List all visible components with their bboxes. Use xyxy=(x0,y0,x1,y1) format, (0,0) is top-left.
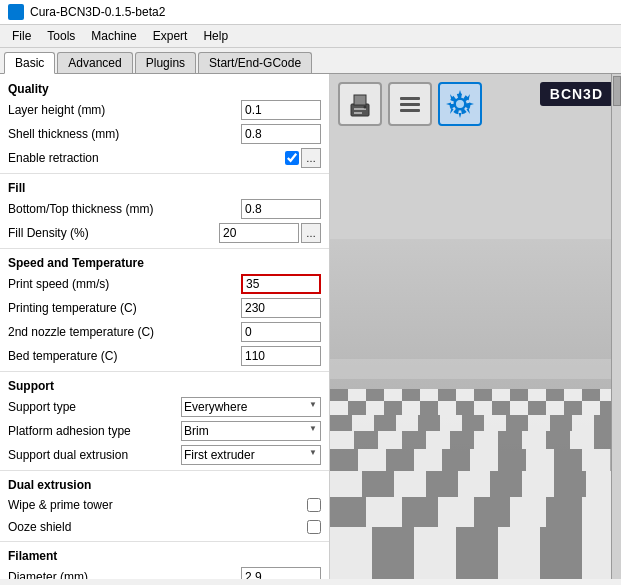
shell-thickness-input[interactable] xyxy=(241,124,321,144)
svg-rect-80 xyxy=(330,471,362,497)
print-button[interactable] xyxy=(338,82,382,126)
svg-rect-78 xyxy=(526,449,554,471)
print-speed-row: Print speed (mm/s) xyxy=(0,272,329,296)
bed-temp-input[interactable] xyxy=(241,346,321,366)
printing-temp-input[interactable] xyxy=(241,298,321,318)
support-dual-extrusion-label: Support dual extrusion xyxy=(8,448,181,462)
svg-rect-75 xyxy=(358,449,386,471)
menu-expert[interactable]: Expert xyxy=(145,27,196,45)
svg-rect-2 xyxy=(354,112,362,114)
svg-rect-17 xyxy=(474,389,492,401)
svg-rect-103 xyxy=(540,527,582,579)
svg-rect-99 xyxy=(498,527,540,579)
svg-rect-82 xyxy=(458,471,490,497)
bed-temp-label: Bed temperature (C) xyxy=(8,349,241,363)
svg-rect-35 xyxy=(546,401,564,415)
divider-1 xyxy=(0,173,329,174)
svg-rect-26 xyxy=(528,389,546,401)
app-icon xyxy=(8,4,24,20)
wipe-prime-tower-checkbox[interactable] xyxy=(307,498,321,512)
svg-rect-56 xyxy=(528,415,550,431)
platform-adhesion-row: Platform adhesion type Brim Raft None xyxy=(0,419,329,443)
svg-rect-55 xyxy=(484,415,506,431)
svg-rect-59 xyxy=(378,431,402,449)
svg-rect-95 xyxy=(510,497,546,527)
platform-adhesion-select[interactable]: Brim Raft None xyxy=(181,421,321,441)
svg-rect-13 xyxy=(330,389,348,401)
menu-help[interactable]: Help xyxy=(195,27,236,45)
svg-rect-98 xyxy=(414,527,456,579)
svg-rect-52 xyxy=(352,415,374,431)
enable-retraction-label: Enable retraction xyxy=(8,151,285,165)
svg-rect-81 xyxy=(394,471,426,497)
svg-rect-57 xyxy=(572,415,594,431)
svg-rect-43 xyxy=(564,401,582,415)
svg-rect-89 xyxy=(330,497,366,527)
svg-rect-41 xyxy=(492,401,510,415)
menu-machine[interactable]: Machine xyxy=(83,27,144,45)
fill-density-input[interactable] xyxy=(219,223,299,243)
settings-button[interactable] xyxy=(438,82,482,126)
tab-basic[interactable]: Basic xyxy=(4,52,55,74)
right-scrollbar[interactable] xyxy=(611,74,621,579)
menu-tools[interactable]: Tools xyxy=(39,27,83,45)
bottom-top-thickness-row: Bottom/Top thickness (mm) xyxy=(0,197,329,221)
tab-advanced[interactable]: Advanced xyxy=(57,52,132,73)
layers-button[interactable] xyxy=(388,82,432,126)
support-type-row: Support type Everywhere Touching buildpl… xyxy=(0,395,329,419)
enable-retraction-row: Enable retraction … xyxy=(0,146,329,170)
print-speed-input[interactable] xyxy=(241,274,321,294)
platform-adhesion-select-wrapper: Brim Raft None xyxy=(181,421,321,441)
tab-start-end-gcode[interactable]: Start/End-GCode xyxy=(198,52,312,73)
svg-rect-40 xyxy=(456,401,474,415)
ooze-shield-checkbox[interactable] xyxy=(307,520,321,534)
svg-rect-64 xyxy=(354,431,378,449)
fill-density-label: Fill Density (%) xyxy=(8,226,219,240)
svg-rect-46 xyxy=(374,415,396,431)
svg-rect-37 xyxy=(348,401,366,415)
svg-rect-93 xyxy=(366,497,402,527)
ooze-shield-row: Ooze shield xyxy=(0,516,329,538)
svg-rect-19 xyxy=(546,389,564,401)
support-type-select[interactable]: Everywhere Touching buildplate None xyxy=(181,397,321,417)
svg-rect-87 xyxy=(490,471,522,497)
layers-icon xyxy=(396,90,424,118)
title-text: Cura-BCN3D-0.1.5-beta2 xyxy=(30,5,165,19)
svg-rect-91 xyxy=(474,497,510,527)
bottom-top-thickness-input[interactable] xyxy=(241,199,321,219)
enable-retraction-checkbox[interactable] xyxy=(285,151,299,165)
layer-height-input[interactable] xyxy=(241,100,321,120)
svg-rect-85 xyxy=(362,471,394,497)
toolbar xyxy=(338,82,482,126)
shell-thickness-row: Shell thickness (mm) xyxy=(0,122,329,146)
svg-rect-54 xyxy=(440,415,462,431)
retraction-options-btn[interactable]: … xyxy=(301,148,321,168)
svg-rect-90 xyxy=(402,497,438,527)
diameter-label: Diameter (mm) xyxy=(8,570,241,579)
print-speed-label: Print speed (mm/s) xyxy=(8,277,241,291)
svg-rect-88 xyxy=(554,471,586,497)
svg-rect-45 xyxy=(330,415,352,431)
svg-rect-101 xyxy=(372,527,414,579)
support-type-select-wrapper: Everywhere Touching buildplate None xyxy=(181,397,321,417)
wipe-prime-tower-row: Wipe & prime tower xyxy=(0,494,329,516)
section-speed-temp-header: Speed and Temperature xyxy=(0,252,329,272)
support-dual-extrusion-row: Support dual extrusion First extruder Se… xyxy=(0,443,329,467)
nozzle2-temp-input[interactable] xyxy=(241,322,321,342)
svg-rect-50 xyxy=(550,415,572,431)
support-dual-extrusion-select[interactable]: First extruder Second extruder Both xyxy=(181,445,321,465)
fill-density-options-btn[interactable]: … xyxy=(301,223,321,243)
svg-rect-76 xyxy=(414,449,442,471)
svg-rect-71 xyxy=(386,449,414,471)
layer-height-label: Layer height (mm) xyxy=(8,103,241,117)
diameter-input[interactable] xyxy=(241,567,321,579)
svg-rect-102 xyxy=(456,527,498,579)
tab-plugins[interactable]: Plugins xyxy=(135,52,196,73)
svg-rect-39 xyxy=(420,401,438,415)
svg-rect-25 xyxy=(492,389,510,401)
svg-rect-1 xyxy=(354,108,366,110)
right-scrollbar-thumb[interactable] xyxy=(613,76,621,106)
menu-file[interactable]: File xyxy=(4,27,39,45)
svg-rect-5 xyxy=(400,97,420,100)
svg-rect-33 xyxy=(474,401,492,415)
